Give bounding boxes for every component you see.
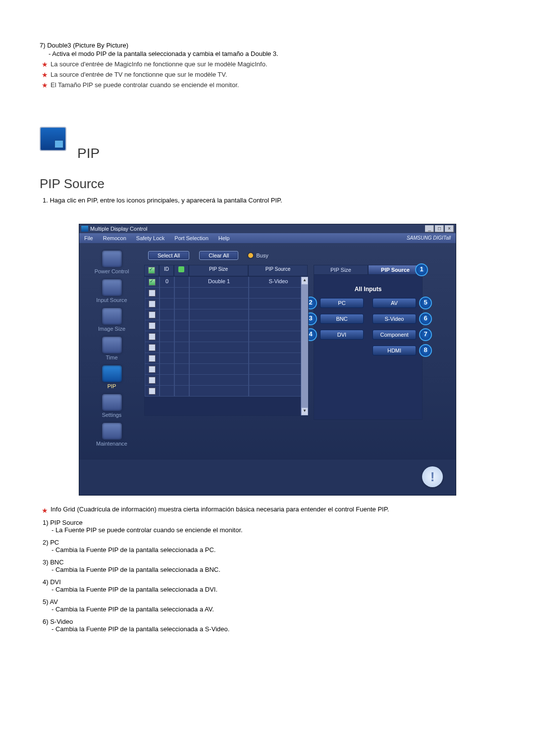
busy-icon [248,253,253,258]
note-6-title: 6) S-Video [43,618,495,625]
header-checkbox[interactable] [148,267,155,274]
sidebar-item-input[interactable]: Input Source [83,279,140,303]
app-title: Multiple Display Control [90,226,425,232]
opt-svideo[interactable]: S-Video [373,314,416,324]
scrollbar[interactable]: ▲ ▼ [301,277,308,415]
scroll-down-icon[interactable]: ▼ [301,407,308,415]
menu-file[interactable]: File [84,235,93,241]
row-checkbox[interactable] [149,322,156,329]
menu-port-selection[interactable]: Port Selection [174,235,208,241]
note-4-title: 4) DVI [43,578,495,586]
note-2-desc: - Cambia la Fuente PIP de la pantalla se… [52,546,495,554]
close-button[interactable]: × [445,225,454,232]
item7-title: 7) Double3 (Picture By Picture) [40,42,495,49]
row-checkbox[interactable] [149,311,156,318]
callout-1: 1 [415,263,428,276]
row-checkbox[interactable] [149,290,156,297]
row-source: S-Video [249,277,308,288]
row-checkbox[interactable] [149,388,156,395]
callout-8: 8 [419,344,432,357]
star-note-1: La source d'entrée de MagicInfo ne fonct… [40,60,495,68]
row-size: Double 1 [189,277,249,288]
opt-component[interactable]: Component [373,330,416,340]
sidebar-item-pip[interactable]: PIP [83,365,140,389]
tab-pip-size[interactable]: PIP Size [314,265,368,275]
right-panel: PIP Size PIP Source 1 All Inputs 2PC 3BN… [314,265,423,420]
pip-source-heading: PIP Source [40,176,495,192]
brand-label: SAMSUNG DIGITall [407,235,451,241]
info-icon[interactable]: ! [422,466,443,487]
sidebar-item-power[interactable]: Power Control [83,251,140,274]
callout-7: 7 [419,328,432,341]
opt-dvi[interactable]: DVI [320,330,364,340]
table-row[interactable]: 0 Double 1 S-Video [145,277,308,288]
note-1-title: 1) PIP Source [43,519,495,526]
footer-bar: ! [79,459,456,495]
sidebar: Power Control Input Source Image Size Ti… [79,243,144,459]
maximize-button[interactable]: □ [435,225,444,232]
note-4-desc: - Cambia la Fuente PIP de la pantalla se… [52,586,495,593]
note-1-desc: - La Fuente PIP se puede controlar cuand… [52,526,495,534]
row-checkbox[interactable] [149,355,156,362]
select-all-button[interactable]: Select All [148,251,189,260]
row-checkbox[interactable] [149,279,156,286]
menubar: File Remocon Safety Lock Port Selection … [79,233,456,243]
app-window: Multiple Display Control _ □ × File Remo… [79,224,456,496]
menu-help[interactable]: Help [218,235,230,241]
sidebar-item-maintenance[interactable]: Maintenance [83,423,140,447]
note-3-desc: - Cambia la Fuente PIP de la pantalla se… [52,566,495,573]
pip-icon [40,127,66,151]
status-header-icon [178,266,184,272]
tab-pip-source[interactable]: PIP Source 1 [368,265,423,275]
menu-remocon[interactable]: Remocon [103,235,126,241]
callout-6: 6 [419,312,432,325]
titlebar: Multiple Display Control _ □ × [79,224,456,233]
note-5-title: 5) AV [43,598,495,605]
grid-body: 0 Double 1 S-Video [144,276,309,416]
note-5-desc: - Cambia la Fuente PIP de la pantalla se… [52,605,495,613]
opt-hdmi[interactable]: HDMI [373,346,416,355]
sidebar-item-settings[interactable]: Settings [83,394,140,418]
info-grid-note: Info Grid (Cuadrícula de información) mu… [40,505,495,513]
busy-label: Busy [256,252,268,258]
opt-bnc[interactable]: BNC [320,314,364,324]
pip-heading: PIP [77,146,100,161]
row-checkbox[interactable] [149,377,156,384]
row-checkbox[interactable] [149,344,156,351]
star-note-3: El Tamaño PIP se puede controlar cuando … [40,81,495,89]
row-checkbox[interactable] [149,301,156,307]
notes-list: 1) PIP Source- La Fuente PIP se puede co… [40,519,495,633]
all-inputs-label: All Inputs [318,286,418,293]
star-note-2: La source d'entrée de TV ne fonctionne q… [40,71,495,78]
scroll-up-icon[interactable]: ▲ [301,277,308,285]
note-3-title: 3) BNC [43,558,495,566]
item7-desc: - Activa el modo PIP de la pantalla sele… [49,50,495,57]
row-checkbox[interactable] [149,333,156,340]
clear-all-button[interactable]: Clear All [199,251,238,260]
sidebar-item-image[interactable]: Image Size [83,308,140,332]
menu-safety-lock[interactable]: Safety Lock [136,235,164,241]
sidebar-item-time[interactable]: Time [83,337,140,360]
note-6-desc: - Cambia la Fuente PIP de la pantalla se… [52,625,495,633]
source-intro: 1. Haga clic en PIP, entre los iconos pr… [43,197,495,204]
minimize-button[interactable]: _ [425,225,434,232]
opt-av[interactable]: AV [373,298,416,308]
app-icon [81,226,88,232]
callout-5: 5 [419,297,432,309]
row-checkbox[interactable] [149,366,156,373]
row-id: 0 [160,277,174,288]
opt-pc[interactable]: PC [320,298,364,308]
note-2-title: 2) PC [43,539,495,546]
grid-header: ID PIP Size PIP Source [144,265,309,276]
